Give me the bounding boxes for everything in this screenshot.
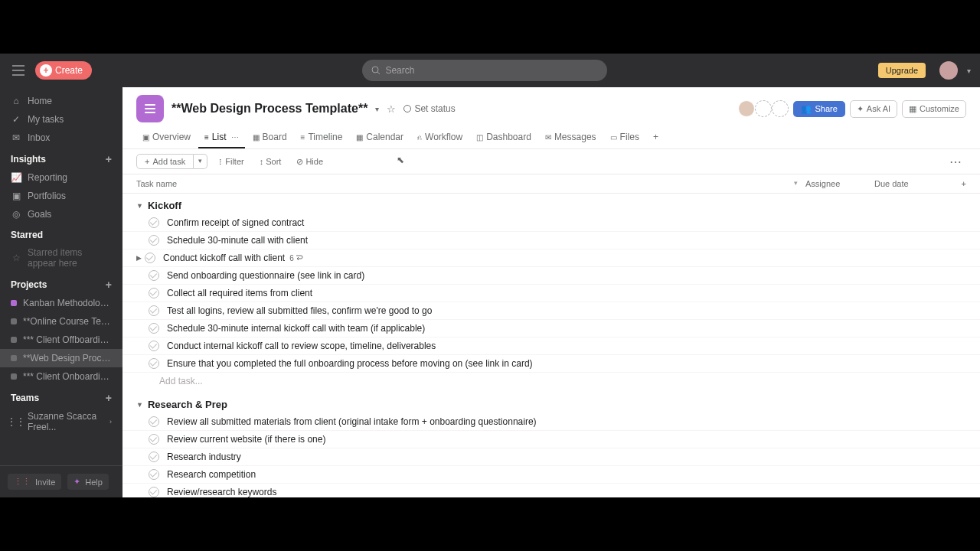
complete-checkbox[interactable] xyxy=(149,358,159,369)
chevron-down-icon[interactable]: ▾ xyxy=(794,179,798,188)
complete-checkbox[interactable] xyxy=(149,341,159,351)
share-button[interactable]: 👥 Share xyxy=(793,101,844,117)
section-header[interactable]: ▼Research & Prep xyxy=(122,393,980,413)
team-item[interactable]: ⋮⋮Suzanne Scacca Freel...› xyxy=(0,407,122,436)
complete-checkbox[interactable] xyxy=(149,452,159,462)
insight-goals[interactable]: ◎Goals xyxy=(0,205,122,223)
tab-workflow[interactable]: ⎌Workflow xyxy=(411,127,469,148)
project-item[interactable]: **Online Course Template** xyxy=(0,312,122,331)
sidebar-projects-header[interactable]: Projects + xyxy=(0,272,122,294)
project-item[interactable]: **Web Design Process Te... xyxy=(0,349,122,367)
add-project-icon[interactable]: + xyxy=(106,279,112,291)
task-row[interactable]: Collect all required items from client xyxy=(122,285,980,302)
menu-toggle[interactable] xyxy=(9,61,28,80)
invite-button[interactable]: ⋮⋮ Invite xyxy=(8,474,61,490)
add-insight-icon[interactable]: + xyxy=(106,153,112,165)
sort-icon: ↕ xyxy=(260,157,264,166)
task-row[interactable]: Research competition xyxy=(122,466,980,484)
sidebar-teams-header[interactable]: Teams + xyxy=(0,386,122,407)
add-tab-button[interactable]: + xyxy=(647,127,665,148)
task-row[interactable]: Schedule 30-minute internal kickoff call… xyxy=(122,320,980,337)
grid-icon: ▦ xyxy=(909,104,916,114)
task-row[interactable]: Research industry xyxy=(122,448,980,466)
complete-checkbox[interactable] xyxy=(149,434,159,445)
complete-checkbox[interactable] xyxy=(145,253,155,263)
insight-portfolios[interactable]: ▣Portfolios xyxy=(0,187,122,205)
folder-icon: ▣ xyxy=(11,191,21,201)
task-row[interactable]: Ensure that you completed the full onboa… xyxy=(122,355,980,373)
sidebar-insights-header[interactable]: Insights + xyxy=(0,147,122,168)
tab-overview[interactable]: ▣Overview xyxy=(136,127,197,148)
complete-checkbox[interactable] xyxy=(149,305,159,316)
add-task-inline[interactable]: Add task... xyxy=(122,373,980,393)
complete-checkbox[interactable] xyxy=(149,487,159,497)
complete-checkbox[interactable] xyxy=(149,469,159,480)
section-header[interactable]: ▼Kickoff xyxy=(122,194,980,214)
task-row[interactable]: ▶Conduct kickoff call with client6 xyxy=(122,249,980,267)
user-avatar[interactable] xyxy=(939,61,958,80)
task-row[interactable]: Review/research keywords xyxy=(122,484,980,497)
sort-button[interactable]: ↕Sort xyxy=(255,155,286,168)
upgrade-button[interactable]: Upgrade xyxy=(878,63,926,78)
task-row[interactable]: Review current website (if there is one) xyxy=(122,431,980,448)
nav-home[interactable]: ⌂Home xyxy=(0,92,122,110)
task-row[interactable]: Schedule 30-minute call with client xyxy=(122,232,980,249)
project-item[interactable]: *** Client Offboarding Te... xyxy=(0,331,122,349)
insight-reporting[interactable]: 📈Reporting xyxy=(0,168,122,187)
tab-files[interactable]: ▭Files xyxy=(604,127,645,148)
customize-button[interactable]: ▦ Customize xyxy=(902,100,966,118)
filter-button[interactable]: ⫶Filter xyxy=(214,155,248,168)
add-member-avatar[interactable] xyxy=(755,100,772,117)
tab-board[interactable]: ▦Board xyxy=(247,127,293,148)
column-assignee[interactable]: Assignee xyxy=(805,179,874,188)
project-item[interactable]: Kanban Methodology Exa... xyxy=(0,294,122,312)
tab-messages[interactable]: ✉Messages xyxy=(539,127,603,148)
create-button[interactable]: + Create xyxy=(35,61,92,80)
ask-ai-button[interactable]: ✦ Ask AI xyxy=(850,100,897,118)
set-status[interactable]: Set status xyxy=(403,103,455,114)
add-member-avatar[interactable] xyxy=(772,100,789,117)
hide-button[interactable]: ⊘Hide xyxy=(292,155,328,169)
task-row[interactable]: Send onboarding questionnaire (see link … xyxy=(122,267,980,285)
sidebar-starred-header[interactable]: Starred xyxy=(0,223,122,243)
task-title: Review/research keywords xyxy=(167,487,276,497)
team-icon: ⋮⋮ xyxy=(11,416,21,427)
help-button[interactable]: ✦ Help xyxy=(67,474,109,490)
tab-timeline[interactable]: ≡Timeline xyxy=(295,127,349,148)
task-row[interactable]: Confirm receipt of signed contract xyxy=(122,214,980,232)
search-input[interactable]: Search xyxy=(362,60,607,81)
task-title: Collect all required items from client xyxy=(167,288,312,298)
add-team-icon[interactable]: + xyxy=(106,392,112,404)
bell-icon: ✉ xyxy=(11,132,21,143)
complete-checkbox[interactable] xyxy=(149,323,159,334)
member-avatar[interactable] xyxy=(738,100,755,117)
tab-calendar[interactable]: ▦Calendar xyxy=(350,127,410,148)
complete-checkbox[interactable] xyxy=(149,416,159,427)
more-button[interactable]: ⋯ xyxy=(945,155,966,169)
project-item[interactable]: *** Client Onboarding Te... xyxy=(0,367,122,386)
project-icon[interactable] xyxy=(136,95,164,122)
column-due-date[interactable]: Due date xyxy=(874,179,943,188)
add-task-dropdown[interactable]: ▾ xyxy=(194,154,207,169)
sparkle-icon: ✦ xyxy=(857,104,864,114)
nav-inbox[interactable]: ✉Inbox xyxy=(0,129,122,147)
task-row[interactable]: Review all submitted materials from clie… xyxy=(122,413,980,431)
chevron-down-icon[interactable]: ▾ xyxy=(967,67,971,75)
task-row[interactable]: Conduct internal kickoff call to review … xyxy=(122,337,980,355)
complete-checkbox[interactable] xyxy=(149,235,159,246)
complete-checkbox[interactable] xyxy=(149,217,159,228)
column-task-name[interactable]: Task name xyxy=(136,179,794,188)
add-column-button[interactable]: + xyxy=(943,179,966,188)
tab-dashboard[interactable]: ◫Dashboard xyxy=(470,127,537,148)
task-row[interactable]: Test all logins, review all submitted fi… xyxy=(122,302,980,320)
chevron-down-icon[interactable]: ▾ xyxy=(375,105,379,113)
add-task-button[interactable]: + Add task xyxy=(136,154,194,169)
complete-checkbox[interactable] xyxy=(149,288,159,298)
expand-subtasks-icon[interactable]: ▶ xyxy=(136,254,142,262)
tab-list[interactable]: ≡List⋯ xyxy=(198,127,245,148)
more-icon[interactable]: ⋯ xyxy=(231,133,239,142)
project-title[interactable]: **Web Design Process Template** xyxy=(172,102,368,116)
nav-my-tasks[interactable]: ✓My tasks xyxy=(0,110,122,129)
star-icon[interactable]: ☆ xyxy=(387,103,396,115)
complete-checkbox[interactable] xyxy=(149,270,159,281)
